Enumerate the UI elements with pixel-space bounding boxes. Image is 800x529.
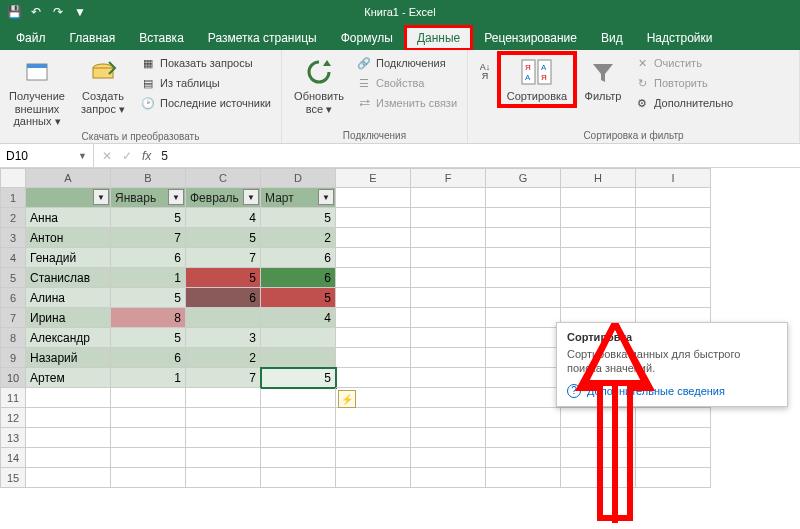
tab-page-layout[interactable]: Разметка страницы (196, 26, 329, 50)
cell[interactable] (561, 408, 636, 428)
show-queries-button[interactable]: ▦Показать запросы (138, 54, 273, 72)
tab-file[interactable]: Файл (4, 26, 58, 50)
cell[interactable] (186, 428, 261, 448)
sort-button[interactable]: ЯААЯ Сортировка (500, 54, 574, 105)
cell[interactable]: 1 (111, 268, 186, 288)
cancel-icon[interactable]: ✕ (102, 149, 112, 163)
cell[interactable]: 5 (111, 288, 186, 308)
cell[interactable] (336, 308, 411, 328)
tab-insert[interactable]: Вставка (127, 26, 196, 50)
recent-sources-button[interactable]: 🕑Последние источники (138, 94, 273, 112)
filter-dropdown-icon[interactable]: ▼ (93, 189, 109, 205)
properties-button[interactable]: ☰Свойства (354, 74, 459, 92)
col-B[interactable]: B (111, 168, 186, 188)
cell[interactable] (111, 448, 186, 468)
row-header[interactable]: 13 (0, 428, 26, 448)
cell[interactable] (636, 448, 711, 468)
cell[interactable] (261, 388, 336, 408)
cell[interactable] (411, 408, 486, 428)
cell[interactable]: 6 (111, 248, 186, 268)
cell[interactable]: 6 (186, 288, 261, 308)
cell[interactable]: 7 (186, 248, 261, 268)
cell[interactable] (561, 428, 636, 448)
cell[interactable] (411, 288, 486, 308)
tab-view[interactable]: Вид (589, 26, 635, 50)
cell[interactable] (336, 348, 411, 368)
cell[interactable] (111, 408, 186, 428)
col-H[interactable]: H (561, 168, 636, 188)
cell[interactable] (111, 388, 186, 408)
tab-home[interactable]: Главная (58, 26, 128, 50)
cell[interactable] (486, 468, 561, 488)
qat-customize-icon[interactable]: ▼ (72, 4, 88, 20)
cell[interactable] (636, 468, 711, 488)
row-header[interactable]: 14 (0, 448, 26, 468)
cell[interactable] (561, 468, 636, 488)
cell[interactable] (411, 248, 486, 268)
cell[interactable] (186, 308, 261, 328)
cell[interactable] (486, 208, 561, 228)
cell[interactable] (636, 228, 711, 248)
get-external-data-button[interactable]: Получение внешних данных ▾ (6, 54, 68, 130)
refresh-all-button[interactable]: Обновить все ▾ (288, 54, 350, 117)
cell[interactable] (411, 208, 486, 228)
col-I[interactable]: I (636, 168, 711, 188)
formula-input[interactable]: 5 (161, 149, 168, 163)
cell[interactable] (636, 288, 711, 308)
filter-button[interactable]: Фильтр (578, 54, 628, 105)
cell[interactable]: 5 (186, 228, 261, 248)
row-header[interactable]: 1 (0, 188, 26, 208)
cell[interactable]: 4 (186, 208, 261, 228)
cell[interactable]: Ирина (26, 308, 111, 328)
cell[interactable] (561, 188, 636, 208)
cell[interactable] (486, 188, 561, 208)
row-header[interactable]: 4 (0, 248, 26, 268)
table-header-cell[interactable]: Март▼ (261, 188, 336, 208)
table-header-cell[interactable]: ▼ (26, 188, 111, 208)
new-query-button[interactable]: Создать запрос ▾ (72, 54, 134, 117)
cell[interactable]: Алина (26, 288, 111, 308)
cell[interactable] (411, 388, 486, 408)
reapply-button[interactable]: ↻Повторить (632, 74, 735, 92)
row-header[interactable]: 3 (0, 228, 26, 248)
cell[interactable] (26, 408, 111, 428)
redo-icon[interactable]: ↷ (50, 4, 66, 20)
cell[interactable]: 6 (111, 348, 186, 368)
row-header[interactable]: 12 (0, 408, 26, 428)
table-header-cell[interactable]: Январь▼ (111, 188, 186, 208)
advanced-filter-button[interactable]: ⚙Дополнительно (632, 94, 735, 112)
cell[interactable]: Артем (26, 368, 111, 388)
cell[interactable] (336, 288, 411, 308)
enter-icon[interactable]: ✓ (122, 149, 132, 163)
cell[interactable]: 2 (186, 348, 261, 368)
cell[interactable] (486, 348, 561, 368)
cell[interactable] (336, 248, 411, 268)
cell[interactable] (336, 428, 411, 448)
cell[interactable]: 6 (261, 268, 336, 288)
cell[interactable] (561, 208, 636, 228)
cell[interactable] (486, 328, 561, 348)
cell[interactable]: 7 (111, 228, 186, 248)
cell[interactable] (636, 208, 711, 228)
edit-links-button[interactable]: ⮂Изменить связи (354, 94, 459, 112)
cell[interactable]: 5 (261, 368, 336, 388)
row-header[interactable]: 5 (0, 268, 26, 288)
row-header[interactable]: 6 (0, 288, 26, 308)
cell[interactable]: Назарий (26, 348, 111, 368)
fx-icon[interactable]: fx (142, 149, 151, 163)
cell[interactable] (636, 268, 711, 288)
filter-dropdown-icon[interactable]: ▼ (318, 189, 334, 205)
cell[interactable] (561, 288, 636, 308)
cell[interactable] (261, 428, 336, 448)
col-D[interactable]: D (261, 168, 336, 188)
col-E[interactable]: E (336, 168, 411, 188)
cell[interactable] (636, 428, 711, 448)
row-header[interactable]: 8 (0, 328, 26, 348)
cell[interactable] (411, 228, 486, 248)
connections-button[interactable]: 🔗Подключения (354, 54, 459, 72)
cell[interactable] (111, 428, 186, 448)
col-A[interactable]: A (26, 168, 111, 188)
cell[interactable] (336, 328, 411, 348)
cell[interactable] (186, 448, 261, 468)
save-icon[interactable]: 💾 (6, 4, 22, 20)
